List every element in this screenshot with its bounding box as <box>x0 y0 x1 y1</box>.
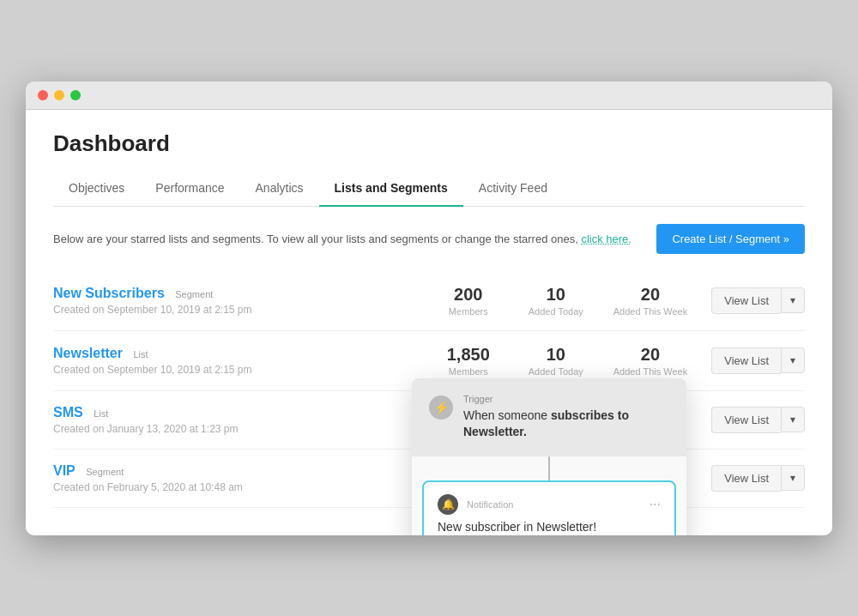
tabs: Objectives Performance Analytics Lists a… <box>53 172 805 207</box>
click-here-link[interactable]: click here. <box>581 233 631 245</box>
list-type-newsletter: List <box>133 349 148 359</box>
app-window: Dashboard Objectives Performance Analyti… <box>26 82 832 535</box>
tab-lists-segments[interactable]: Lists and Segments <box>319 172 463 207</box>
notif-label: Notification <box>467 499 513 510</box>
minimize-dot[interactable] <box>54 90 64 100</box>
list-row: New Subscribers Segment Created on Septe… <box>53 271 805 331</box>
trigger-content: Trigger When someone subscribes to Newsl… <box>463 394 669 441</box>
window-content: Dashboard Objectives Performance Analyti… <box>26 110 832 535</box>
notification-block: 🔔 Notification ··· New subscriber in New… <box>422 480 676 535</box>
list-type-new-subscribers: Segment <box>175 289 213 299</box>
view-list-arrow-newsletter[interactable]: ▾ <box>781 347 805 373</box>
titlebar <box>26 82 832 110</box>
view-list-button-vip[interactable]: View List <box>711 465 781 492</box>
trigger-icon: ⚡ <box>429 396 453 420</box>
connector-line <box>548 456 550 480</box>
list-date-new-subscribers: Created on September 10, 2019 at 2:15 pm <box>53 304 438 316</box>
list-date-newsletter: Created on September 10, 2019 at 2:15 pm <box>53 364 438 376</box>
page-title: Dashboard <box>53 130 805 157</box>
list-type-sms: List <box>94 408 108 419</box>
stat-members-newsletter: 1,850 Members <box>438 345 498 377</box>
list-info-newsletter: Newsletter List Created on September 10,… <box>53 346 438 376</box>
trigger-label: Trigger <box>463 394 669 404</box>
trigger-text: When someone subscribes to Newsletter. <box>463 408 669 441</box>
notif-header: 🔔 Notification ··· <box>438 494 661 515</box>
stat-added-week-newsletter: 20 Added This Week <box>613 345 687 377</box>
view-list-button-new-subscribers[interactable]: View List <box>711 287 781 314</box>
info-bar: Below are your starred lists and segment… <box>53 224 805 254</box>
view-list-button-sms[interactable]: View List <box>711 407 781 433</box>
list-type-vip: Segment <box>86 467 124 477</box>
view-btn-wrap-newsletter: View List ▾ <box>711 347 805 374</box>
list-stats-new-subscribers: 200 Members 10 Added Today 20 Added This… <box>438 285 687 317</box>
tab-analytics[interactable]: Analytics <box>240 172 319 207</box>
stat-added-week-new-subscribers: 20 Added This Week <box>613 285 687 317</box>
create-list-button[interactable]: Create List / Segment » <box>656 224 805 254</box>
list-name-vip[interactable]: VIP <box>53 463 76 478</box>
stat-added-today-newsletter: 10 Added Today <box>526 345 586 377</box>
popup-overlay: ⚡ Trigger When someone subscribes to New… <box>412 378 686 535</box>
main-content: Below are your starred lists and segment… <box>26 207 832 535</box>
tab-activity-feed[interactable]: Activity Feed <box>463 172 563 207</box>
popup-card: ⚡ Trigger When someone subscribes to New… <box>412 378 686 535</box>
view-list-arrow-new-subscribers[interactable]: ▾ <box>781 287 805 313</box>
trigger-block: ⚡ Trigger When someone subscribes to New… <box>412 378 686 456</box>
list-name-newsletter[interactable]: Newsletter <box>53 346 123 360</box>
list-name-new-subscribers[interactable]: New Subscribers <box>53 286 165 300</box>
info-text: Below are your starred lists and segment… <box>53 233 631 245</box>
notif-dots-button[interactable]: ··· <box>650 497 661 512</box>
list-stats-newsletter: 1,850 Members 10 Added Today 20 Added Th… <box>438 345 687 377</box>
maximize-dot[interactable] <box>70 90 81 100</box>
tab-performance[interactable]: Performance <box>140 172 239 207</box>
view-btn-wrap-vip: View List ▾ <box>711 465 805 492</box>
view-btn-wrap-new-subscribers: View List ▾ <box>711 287 805 314</box>
stat-members-new-subscribers: 200 Members <box>438 285 498 317</box>
header: Dashboard Objectives Performance Analyti… <box>26 110 832 207</box>
view-list-arrow-sms[interactable]: ▾ <box>781 407 805 432</box>
bell-icon: 🔔 <box>438 494 458 515</box>
list-name-sms[interactable]: SMS <box>53 405 83 420</box>
stat-added-today-new-subscribers: 10 Added Today <box>526 285 586 317</box>
view-list-arrow-vip[interactable]: ▾ <box>781 465 805 491</box>
view-list-button-newsletter[interactable]: View List <box>711 347 781 374</box>
view-btn-wrap-sms: View List ▾ <box>711 407 805 433</box>
close-dot[interactable] <box>38 90 48 100</box>
notif-text: New subscriber in Newsletter! <box>438 520 661 534</box>
list-info-new-subscribers: New Subscribers Segment Created on Septe… <box>53 286 438 316</box>
tab-objectives[interactable]: Objectives <box>53 172 140 207</box>
